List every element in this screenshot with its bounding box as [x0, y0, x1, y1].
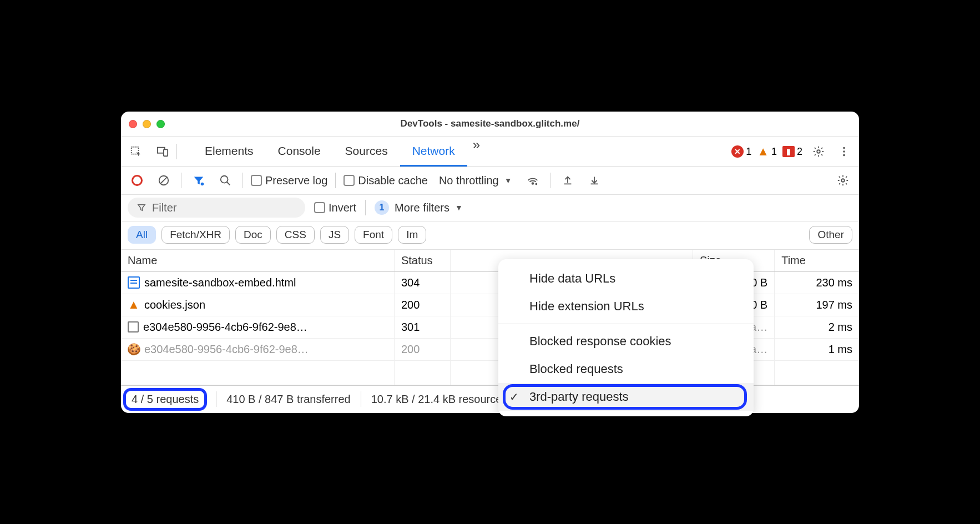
issues-count: 2: [797, 146, 802, 158]
warning-badge-icon: ▲: [757, 144, 769, 159]
maximize-window-button[interactable]: [156, 120, 165, 128]
column-name[interactable]: Name: [121, 250, 394, 272]
request-status: 200: [394, 338, 451, 360]
filter-placeholder: Filter: [152, 201, 176, 214]
issues-badge-icon: ▮: [782, 146, 795, 157]
checkbox-icon: [314, 202, 325, 213]
svg-point-5: [843, 150, 845, 153]
titlebar: DevTools - samesite-sandbox.glitch.me/: [121, 112, 859, 137]
more-filters-dropdown[interactable]: 1 More filters ▼: [375, 200, 463, 215]
chip-css[interactable]: CSS: [276, 226, 315, 244]
throttling-select[interactable]: No throttling ▼: [436, 174, 516, 187]
invert-checkbox[interactable]: Invert: [314, 201, 356, 214]
menu-item-blocked-response-cookies[interactable]: Blocked response cookies: [498, 328, 754, 355]
more-filters-label: More filters: [395, 201, 449, 214]
clear-button[interactable]: [154, 171, 173, 190]
generic-file-icon: [128, 321, 139, 332]
disable-cache-label: Disable cache: [358, 174, 428, 187]
resources-summary: 10.7 kB / 21.4 kB resources: [371, 393, 508, 406]
tab-sources[interactable]: Sources: [333, 137, 400, 167]
resource-type-chips: All Fetch/XHR Doc CSS JS Font Im Other: [121, 221, 859, 250]
filter-bar: Filter Invert 1 More filters ▼: [121, 195, 859, 221]
document-icon: [128, 276, 140, 289]
chip-other[interactable]: Other: [809, 226, 852, 244]
more-filters-menu: Hide data URLs Hide extension URLs Block…: [498, 259, 754, 416]
request-name: e304e580-9956-4cb6-9f62-9e8…: [144, 343, 309, 356]
throttling-value: No throttling: [439, 174, 499, 187]
more-tabs-button[interactable]: »: [467, 137, 486, 167]
chip-js[interactable]: JS: [320, 226, 349, 244]
svg-point-14: [841, 179, 845, 182]
transferred-summary: 410 B / 847 B transferred: [226, 393, 350, 406]
chip-all[interactable]: All: [128, 226, 156, 244]
svg-point-12: [532, 183, 533, 184]
invert-label: Invert: [329, 201, 356, 214]
tab-network[interactable]: Network: [400, 137, 467, 167]
menu-item-3rd-party-requests[interactable]: ✓ 3rd-party requests: [498, 383, 754, 411]
kebab-menu-icon[interactable]: [835, 142, 853, 161]
checkbox-icon: [251, 175, 262, 186]
svg-point-4: [843, 147, 845, 149]
tab-elements[interactable]: Elements: [193, 137, 266, 167]
request-time: 1 ms: [775, 338, 859, 360]
warning-icon: ▲: [128, 299, 140, 311]
network-toolbar: Preserve log Disable cache No throttling…: [121, 167, 859, 195]
cookie-icon: 🍪: [128, 343, 140, 355]
svg-point-9: [201, 183, 204, 186]
svg-point-13: [535, 183, 537, 185]
svg-point-6: [843, 154, 845, 157]
panel-tabs: Elements Console Sources Network »: [193, 137, 486, 167]
error-count: 1: [746, 146, 751, 158]
record-button[interactable]: [128, 171, 147, 190]
chip-font[interactable]: Font: [355, 226, 392, 244]
minimize-window-button[interactable]: [143, 120, 151, 128]
error-badge-icon: ✕: [731, 145, 744, 158]
column-status[interactable]: Status: [394, 250, 451, 272]
settings-icon[interactable]: [809, 142, 828, 161]
download-har-icon[interactable]: [585, 171, 604, 190]
menu-item-hide-extension-urls[interactable]: Hide extension URLs: [498, 293, 754, 320]
filter-toggle-icon[interactable]: [189, 171, 208, 190]
disable-cache-checkbox[interactable]: Disable cache: [343, 174, 428, 187]
preserve-log-checkbox[interactable]: Preserve log: [251, 174, 327, 187]
request-time: 230 ms: [775, 271, 859, 294]
warning-count: 1: [771, 146, 777, 158]
chevron-down-icon: ▼: [455, 203, 463, 212]
column-time[interactable]: Time: [775, 250, 859, 272]
chip-img[interactable]: Im: [398, 226, 426, 244]
upload-har-icon[interactable]: [558, 171, 577, 190]
panel-tabstrip: Elements Console Sources Network » ✕ 1 ▲…: [121, 137, 859, 167]
console-status-badges[interactable]: ✕ 1 ▲ 1 ▮ 2: [731, 144, 802, 159]
checkbox-icon: [343, 175, 355, 186]
tab-console[interactable]: Console: [266, 137, 333, 167]
close-window-button[interactable]: [129, 120, 137, 128]
devtools-window: DevTools - samesite-sandbox.glitch.me/ E…: [121, 112, 859, 413]
svg-rect-2: [164, 149, 168, 156]
window-title: DevTools - samesite-sandbox.glitch.me/: [121, 118, 859, 129]
request-name: e304e580-9956-4cb6-9f62-9e8…: [143, 321, 307, 334]
requests-summary: 4 / 5 requests: [123, 388, 207, 411]
chip-doc[interactable]: Doc: [235, 226, 271, 244]
chip-fetch-xhr[interactable]: Fetch/XHR: [161, 226, 230, 244]
more-filters-count: 1: [375, 200, 389, 215]
svg-line-11: [227, 182, 230, 185]
svg-point-3: [817, 150, 820, 153]
network-settings-icon[interactable]: [833, 171, 852, 190]
funnel-icon: [137, 203, 147, 213]
svg-point-10: [221, 176, 228, 183]
request-time: 2 ms: [775, 316, 859, 338]
chevron-down-icon: ▼: [504, 176, 512, 185]
request-name: samesite-sandbox-embed.html: [144, 276, 296, 289]
device-toggle-icon[interactable]: [153, 142, 172, 161]
menu-item-blocked-requests[interactable]: Blocked requests: [498, 355, 754, 383]
filter-input[interactable]: Filter: [128, 198, 305, 218]
check-icon: ✓: [509, 390, 519, 404]
svg-line-8: [160, 177, 168, 184]
request-status: 304: [394, 271, 451, 294]
inspect-element-icon[interactable]: [127, 142, 145, 161]
menu-item-hide-data-urls[interactable]: Hide data URLs: [498, 265, 754, 293]
request-status: 200: [394, 294, 451, 316]
search-icon[interactable]: [216, 171, 235, 190]
network-conditions-icon[interactable]: [523, 171, 542, 190]
request-time: 197 ms: [775, 294, 859, 316]
